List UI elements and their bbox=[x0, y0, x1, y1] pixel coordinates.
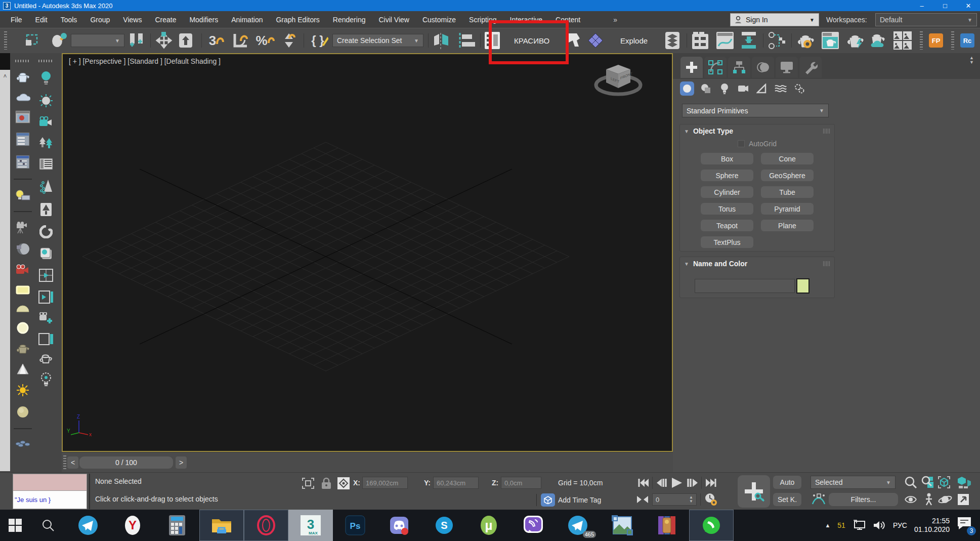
add-time-tag-label[interactable]: Add Time Tag bbox=[558, 494, 601, 506]
workspace-dropdown[interactable]: Default ▼ bbox=[875, 13, 977, 26]
curve-tool-icon[interactable] bbox=[567, 32, 581, 49]
schematic-download-icon[interactable] bbox=[740, 32, 758, 49]
panel-scroll-arrows[interactable]: ▲▼ bbox=[969, 56, 974, 65]
scroll-up-icon[interactable]: ˄ bbox=[0, 73, 10, 80]
time-configuration-icon[interactable] bbox=[704, 493, 717, 506]
bulb-teal-icon[interactable] bbox=[40, 71, 52, 85]
sphere-light-icon[interactable] bbox=[16, 321, 29, 335]
network-icon[interactable] bbox=[853, 520, 866, 531]
render-frame-window-icon[interactable] bbox=[15, 110, 30, 123]
rendered-frame-icon[interactable] bbox=[821, 32, 840, 49]
next-frame-icon[interactable] bbox=[687, 478, 698, 487]
brush-ring-icon[interactable] bbox=[39, 225, 53, 238]
trackbar-drag-handle[interactable] bbox=[63, 455, 66, 470]
mesh-teapot-icon[interactable] bbox=[15, 343, 31, 354]
coord-x-field[interactable]: 169,002cm bbox=[362, 477, 408, 489]
button-box[interactable]: Box bbox=[701, 153, 753, 164]
camera-teal-icon[interactable] bbox=[38, 116, 54, 128]
menu-group[interactable]: Group bbox=[83, 11, 116, 28]
object-category-dropdown[interactable]: Standard Primitives ▼ bbox=[682, 104, 829, 117]
video-player-icon[interactable] bbox=[38, 290, 54, 304]
category-shapes[interactable] bbox=[699, 81, 713, 96]
menu-overflow-chevron[interactable]: » bbox=[613, 16, 617, 24]
zoom-icon[interactable] bbox=[904, 475, 918, 489]
cone-light-icon[interactable] bbox=[16, 363, 29, 375]
show-hidden-icons[interactable]: ▲ bbox=[825, 522, 830, 528]
taskbar-3ds-max-active[interactable]: 3MAX bbox=[288, 510, 333, 541]
camera-add-icon[interactable] bbox=[38, 312, 54, 324]
listener-output-pane[interactable]: "Je suis un } bbox=[13, 491, 87, 509]
auto-key-button[interactable]: Auto bbox=[773, 476, 801, 489]
layered-maps-icon[interactable] bbox=[39, 247, 53, 260]
play-icon[interactable] bbox=[671, 477, 683, 488]
tab-display[interactable] bbox=[776, 57, 798, 78]
absolute-mode-icon[interactable] bbox=[337, 477, 350, 490]
curve-editor-icon[interactable] bbox=[715, 32, 735, 49]
name-color-header[interactable]: ▼ Name and Color bbox=[680, 257, 834, 270]
menu-rendering[interactable]: Rendering bbox=[326, 11, 372, 28]
close-icon[interactable]: ✕ bbox=[957, 0, 980, 11]
selection-lock-icon[interactable] bbox=[321, 477, 332, 490]
walk-through-icon[interactable] bbox=[922, 492, 936, 507]
menu-animation[interactable]: Animation bbox=[225, 11, 269, 28]
scene-explorer-icon[interactable] bbox=[691, 32, 709, 49]
explode-button[interactable]: Explode bbox=[616, 32, 652, 49]
taskbar-whatsapp[interactable] bbox=[689, 510, 734, 541]
perspective-viewport[interactable]: [ + ] [Perspective ] [Standard ] [Defaul… bbox=[62, 53, 673, 452]
bulb-gear-icon[interactable] bbox=[40, 372, 52, 387]
spinner-snap-icon[interactable] bbox=[281, 32, 296, 49]
layers-stack-icon[interactable] bbox=[664, 32, 680, 49]
render-elements-window-icon[interactable] bbox=[16, 155, 30, 169]
menu-tools[interactable]: Tools bbox=[54, 11, 84, 28]
object-name-input[interactable] bbox=[695, 279, 795, 293]
render-settings-window-icon[interactable] bbox=[16, 132, 30, 146]
select-by-name-icon[interactable] bbox=[128, 32, 146, 49]
taskbar-yandex[interactable]: Y bbox=[110, 510, 155, 541]
tree-stencil-icon[interactable] bbox=[40, 202, 52, 217]
tab-utilities[interactable] bbox=[799, 57, 822, 78]
listener-macro-pane[interactable] bbox=[13, 474, 87, 491]
render-production-icon[interactable] bbox=[846, 32, 866, 49]
teapot-outline-icon[interactable] bbox=[38, 354, 54, 364]
selection-filter-dropdown[interactable]: ▼ bbox=[71, 34, 124, 47]
maxscript-mini-listener[interactable]: "Je suis un } bbox=[13, 474, 87, 509]
railclone-icon[interactable]: Rc bbox=[960, 33, 974, 48]
forest-pack-icon[interactable]: FP bbox=[929, 33, 943, 48]
button-tube[interactable]: Tube bbox=[761, 186, 814, 198]
column-drag-handle[interactable] bbox=[15, 60, 30, 62]
viewport-header-label[interactable]: [ + ] [Perspective ] [Standard ] [Defaul… bbox=[69, 57, 221, 65]
taskbar-photos[interactable] bbox=[600, 510, 645, 541]
select-region-icon[interactable] bbox=[24, 32, 39, 49]
coord-z-field[interactable]: 0,0cm bbox=[501, 477, 541, 489]
tray-temperature[interactable]: 51 bbox=[837, 521, 845, 529]
select-object-icon[interactable] bbox=[51, 32, 67, 49]
button-textplus[interactable]: TextPlus bbox=[701, 236, 753, 248]
notification-center[interactable]: 3 bbox=[957, 516, 975, 534]
autogrid-checkbox[interactable] bbox=[738, 140, 745, 147]
render-teapot-icon[interactable] bbox=[15, 71, 30, 83]
menu-file[interactable]: File bbox=[4, 11, 29, 28]
category-helpers[interactable] bbox=[755, 81, 769, 96]
time-slider[interactable]: 0 / 100 bbox=[79, 456, 173, 469]
column-drag-handle[interactable] bbox=[38, 60, 54, 62]
taskbar-file-explorer[interactable] bbox=[199, 510, 244, 541]
taskbar-telegram[interactable] bbox=[66, 510, 110, 541]
button-cylinder[interactable]: Cylinder bbox=[701, 186, 753, 198]
frame-spinner-icon[interactable]: ▲▼ bbox=[689, 495, 693, 504]
button-teapot[interactable]: Teapot bbox=[701, 220, 753, 231]
taskbar-viber[interactable] bbox=[511, 510, 556, 541]
button-sphere[interactable]: Sphere bbox=[701, 170, 753, 181]
toolbar-drag-handle[interactable] bbox=[4, 31, 7, 50]
create-selection-set-field[interactable]: Create Selection Set ▼ bbox=[332, 34, 423, 47]
menu-civil-view[interactable]: Civil View bbox=[372, 11, 415, 28]
panel-teal-icon[interactable] bbox=[38, 333, 54, 345]
tab-hierarchy[interactable] bbox=[728, 57, 750, 78]
taskbar-telegram-2[interactable]: 465 bbox=[556, 510, 600, 541]
sidebar-scrollbar[interactable]: ˄ bbox=[0, 70, 10, 471]
area-light-icon[interactable] bbox=[15, 285, 30, 295]
key-mode-toggle-icon[interactable] bbox=[636, 496, 649, 503]
taskbar-winrar[interactable] bbox=[645, 510, 689, 541]
category-spacewarps[interactable] bbox=[774, 81, 788, 96]
object-color-swatch[interactable] bbox=[796, 278, 809, 294]
previous-frame-button[interactable]: < bbox=[67, 456, 78, 469]
